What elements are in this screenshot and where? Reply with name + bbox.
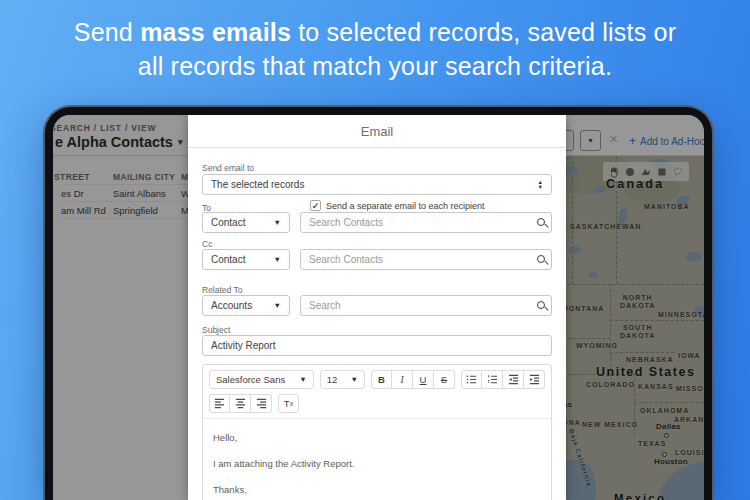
banner-line2: all records that match your search crite… xyxy=(0,49,750,83)
send-email-to-label: Send email to xyxy=(202,163,254,173)
device-frame: SEARCH / LIST / VIEW e Alpha Contacts ▾ … xyxy=(45,107,712,500)
app-screen: SEARCH / LIST / VIEW e Alpha Contacts ▾ … xyxy=(53,115,704,500)
send-email-to-value: The selected records xyxy=(211,179,538,190)
related-to-label: Related To xyxy=(202,285,242,295)
search-icon xyxy=(537,301,545,309)
chevron-down-icon: ▼ xyxy=(274,255,281,264)
outdent-button[interactable] xyxy=(503,370,524,389)
subject-input[interactable] xyxy=(202,335,552,356)
chevron-down-icon: ▼ xyxy=(351,375,358,384)
related-type-value: Accounts xyxy=(211,300,274,311)
cc-search-input[interactable] xyxy=(300,249,552,270)
cc-label: Cc xyxy=(202,239,212,249)
underline-button[interactable]: U xyxy=(413,370,434,389)
send-email-to-select[interactable]: The selected records ▲▼ xyxy=(202,174,552,195)
chevron-down-icon: ▼ xyxy=(299,375,306,384)
font-size-value: 12 xyxy=(327,374,338,385)
align-left-button[interactable] xyxy=(209,394,230,413)
search-icon xyxy=(537,218,545,226)
chevron-down-icon: ▼ xyxy=(274,218,281,227)
email-body[interactable]: Hello, I am attaching the Activity Repor… xyxy=(203,418,551,500)
checkbox-checked[interactable]: ✓ xyxy=(310,200,321,211)
to-type-select[interactable]: Contact ▼ xyxy=(202,212,290,233)
cc-type-value: Contact xyxy=(211,254,274,265)
align-center-button[interactable] xyxy=(230,394,251,413)
align-right-button[interactable] xyxy=(251,394,272,413)
select-stepper-icon: ▲▼ xyxy=(538,180,543,189)
separate-email-option[interactable]: ✓ Send a separate email to each recipien… xyxy=(310,200,485,211)
editor-toolbar: Salesforce Sans ▼ 12 ▼ B I U S xyxy=(203,365,551,413)
cc-type-select[interactable]: Contact ▼ xyxy=(202,249,290,270)
related-search-input[interactable] xyxy=(300,295,552,316)
banner-headline: Send mass emails to selected records, sa… xyxy=(0,15,750,83)
bullet-list-button[interactable] xyxy=(461,370,482,389)
to-type-value: Contact xyxy=(211,217,274,228)
email-dialog: Email Send email to The selected records… xyxy=(188,115,566,500)
chevron-down-icon: ▼ xyxy=(274,301,281,310)
numbered-list-button[interactable] xyxy=(482,370,503,389)
font-size-select[interactable]: 12 ▼ xyxy=(320,370,365,389)
subject-label: Subject xyxy=(202,325,230,335)
dialog-title: Email xyxy=(188,115,566,148)
strikethrough-button[interactable]: S xyxy=(434,370,455,389)
rich-text-editor: Salesforce Sans ▼ 12 ▼ B I U S xyxy=(202,364,552,500)
remove-format-button[interactable]: T xyxy=(278,394,299,413)
italic-button[interactable]: I xyxy=(392,370,413,389)
bold-button[interactable]: B xyxy=(371,370,392,389)
font-family-value: Salesforce Sans xyxy=(216,374,285,385)
search-icon xyxy=(537,255,545,263)
banner-line1: Send mass emails to selected records, sa… xyxy=(0,15,750,49)
related-type-select[interactable]: Accounts ▼ xyxy=(202,295,290,316)
to-search-input[interactable] xyxy=(300,212,552,233)
indent-button[interactable] xyxy=(524,370,545,389)
font-family-select[interactable]: Salesforce Sans ▼ xyxy=(209,370,314,389)
separate-email-label: Send a separate email to each recipient xyxy=(326,201,485,211)
